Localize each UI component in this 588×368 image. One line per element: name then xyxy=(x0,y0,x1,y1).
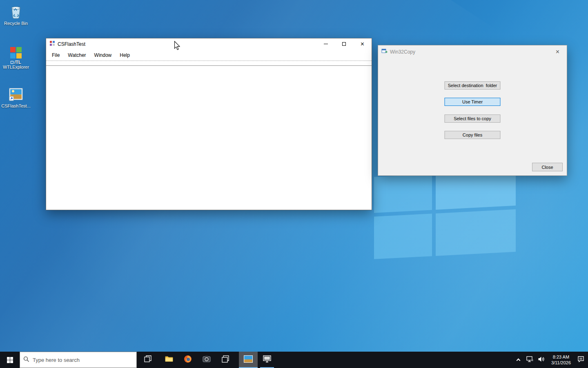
windows-start-icon xyxy=(7,357,13,363)
taskbar-clock[interactable]: 8:23 AM 3/11/2026 xyxy=(548,354,574,366)
search-icon xyxy=(23,356,29,364)
tray-network-button[interactable] xyxy=(525,352,535,368)
close-button[interactable]: × xyxy=(353,38,372,49)
taskbar-icon-windows-app[interactable] xyxy=(216,352,235,368)
close-button[interactable]: × xyxy=(548,45,567,58)
wtlexplorer-icon xyxy=(0,42,32,58)
desktop-icon-csflashtest[interactable]: CSFlashTest... xyxy=(0,86,32,109)
menu-item-file[interactable]: File xyxy=(48,51,64,60)
network-icon xyxy=(526,356,533,364)
firefox-icon xyxy=(184,355,192,365)
desktop-icon-recycle-bin[interactable]: Recycle Bin xyxy=(0,3,32,26)
csflashtest-client-area xyxy=(46,66,372,210)
taskbar-search[interactable] xyxy=(20,352,137,368)
maximize-button[interactable] xyxy=(335,38,353,49)
taskbar-icon-firefox[interactable] xyxy=(178,352,197,368)
clock-time: 8:23 AM xyxy=(551,354,571,360)
csflashtest-window: CSFlashTest × File Watcher Window Help xyxy=(46,38,372,210)
copy-windows-icon xyxy=(221,355,229,365)
maximize-icon xyxy=(342,42,346,46)
system-tray: 8:23 AM 3/11/2026 xyxy=(514,352,588,368)
tray-expand-button[interactable] xyxy=(514,352,523,368)
desktop-icon-label: Recycle Bin xyxy=(0,21,32,26)
csflashtest-titlebar[interactable]: CSFlashTest × xyxy=(46,38,372,49)
win32copy-app-icon xyxy=(381,48,388,56)
taskbar-icon-csflashtest[interactable] xyxy=(239,352,258,368)
taskbar-icon-camera-app[interactable] xyxy=(197,352,216,368)
csflashtest-taskbar-icon xyxy=(243,355,253,365)
copy-files-button[interactable]: Copy files xyxy=(445,131,501,139)
win32copy-titlebar[interactable]: Win32Copy × xyxy=(378,45,567,58)
windows-logo-wallpaper xyxy=(374,170,512,256)
menu-item-help[interactable]: Help xyxy=(116,51,134,60)
use-timer-button[interactable]: Use Timer xyxy=(445,98,501,106)
csflashtest-menubar: File Watcher Window Help xyxy=(46,49,372,61)
close-icon: × xyxy=(361,40,364,48)
taskbar: 8:23 AM 3/11/2026 xyxy=(0,352,588,368)
csflashtest-toolstrip xyxy=(46,61,372,66)
close-dialog-button[interactable]: Close xyxy=(532,163,563,171)
monitor-app-icon xyxy=(263,355,271,364)
tray-volume-button[interactable] xyxy=(537,352,546,368)
task-view-icon xyxy=(144,355,151,364)
clock-date: 3/11/2026 xyxy=(551,360,571,366)
task-view-button[interactable] xyxy=(138,352,157,368)
win32copy-window: Win32Copy × Select destination folder Us… xyxy=(378,45,567,176)
select-destination-folder-button[interactable]: Select destination folder xyxy=(445,81,501,90)
start-button[interactable] xyxy=(0,352,20,368)
desktop-icon-label: WTLExplorer xyxy=(0,65,32,70)
file-explorer-icon xyxy=(165,355,173,364)
window-title: CSFlashTest xyxy=(58,41,316,47)
desktop-icon-wtlexplorer[interactable]: /TL WTLExplorer xyxy=(0,42,32,70)
chevron-up-icon xyxy=(517,359,521,363)
action-center-icon xyxy=(577,356,584,364)
csflashtest-app-icon xyxy=(49,40,55,48)
taskbar-icon-monitor-app[interactable] xyxy=(258,352,276,368)
window-title: Win32Copy xyxy=(390,49,548,55)
minimize-icon xyxy=(324,44,328,44)
desktop-icon-label: CSFlashTest... xyxy=(0,103,32,109)
wtlexplorer-icon-text: /TL xyxy=(0,60,32,65)
minimize-button[interactable] xyxy=(316,38,335,49)
csflashtest-shortcut-icon xyxy=(0,86,32,102)
action-center-button[interactable] xyxy=(576,352,586,368)
menu-item-watcher[interactable]: Watcher xyxy=(64,51,90,60)
camera-app-icon xyxy=(203,355,211,364)
taskbar-icon-file-explorer[interactable] xyxy=(160,352,178,368)
select-files-to-copy-button[interactable]: Select files to copy xyxy=(445,114,501,123)
recycle-bin-icon xyxy=(0,3,32,20)
menu-item-window[interactable]: Window xyxy=(90,51,116,60)
speaker-icon xyxy=(538,356,545,364)
search-input[interactable] xyxy=(33,357,133,363)
close-icon: × xyxy=(556,48,559,56)
